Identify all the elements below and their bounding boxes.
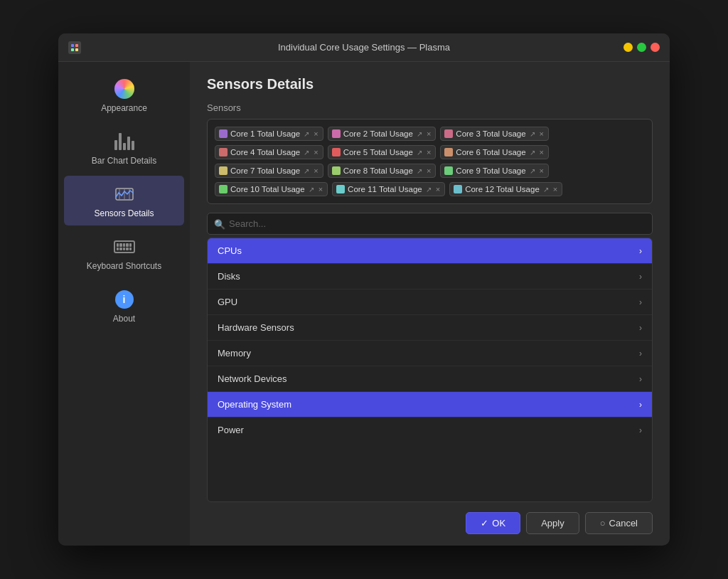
content-area: Appearance Bar Chart Details	[58, 62, 670, 546]
chip-core3[interactable]: Core 3 Total Usage ↗ ×	[440, 127, 549, 141]
chip-label-core4: Core 4 Total Usage	[230, 148, 300, 156]
chip-core6[interactable]: Core 6 Total Usage ↗ ×	[440, 145, 549, 159]
apply-button[interactable]: Apply	[526, 512, 579, 534]
chip-core7[interactable]: Core 7 Total Usage ↗ ×	[215, 164, 323, 178]
chip-label-core11: Core 11 Total Usage	[348, 185, 422, 193]
sidebar-label-barchart: Bar Chart Details	[92, 156, 156, 166]
chip-core12[interactable]: Core 12 Total Usage ↗ ×	[449, 182, 562, 196]
chip-core8[interactable]: Core 8 Total Usage ↗ ×	[328, 164, 437, 178]
barchart-icon-container	[113, 130, 136, 153]
appearance-icon-container	[113, 78, 136, 100]
chip-color-core8	[332, 166, 341, 175]
chip-label-core7: Core 7 Total Usage	[230, 166, 300, 175]
sidebar-item-keyboard[interactable]: Keyboard Shortcuts	[64, 228, 184, 278]
list-item-disks[interactable]: Disks ›	[208, 264, 652, 290]
list-item-cpus[interactable]: CPUs ›	[208, 238, 652, 264]
chevron-icon-operating-system: ›	[639, 400, 642, 410]
chip-label-core1: Core 1 Total Usage	[230, 129, 300, 138]
titlebar-controls-right	[623, 43, 660, 52]
list-item-gpu[interactable]: GPU ›	[208, 290, 652, 315]
search-input[interactable]	[207, 213, 653, 235]
chip-close-core11[interactable]: ×	[436, 185, 440, 193]
chevron-icon-cpus: ›	[639, 246, 642, 256]
footer-buttons: ✓ OK Apply ○ Cancel	[207, 502, 653, 534]
sidebar-label-sensors: Sensors Details	[94, 208, 154, 218]
svg-rect-0	[71, 44, 74, 47]
chip-label-core6: Core 6 Total Usage	[456, 148, 525, 156]
chip-close-core5[interactable]: ×	[427, 148, 431, 156]
sidebar-label-appearance: Appearance	[101, 103, 147, 113]
apply-label: Apply	[541, 518, 564, 528]
barchart-icon	[114, 133, 134, 150]
sidebar-item-sensors[interactable]: Sensors Details	[64, 176, 184, 225]
list-item-network-devices[interactable]: Network Devices ›	[208, 366, 652, 392]
chip-link-core7: ↗	[304, 167, 309, 175]
chip-core2[interactable]: Core 2 Total Usage ↗ ×	[328, 127, 437, 141]
chip-close-core10[interactable]: ×	[318, 185, 323, 193]
cancel-label: Cancel	[609, 518, 638, 528]
list-item-operating-system[interactable]: Operating System ›	[208, 392, 652, 418]
ok-button[interactable]: ✓ OK	[466, 512, 520, 534]
chip-close-core1[interactable]: ×	[314, 129, 318, 138]
maximize-button[interactable]	[637, 43, 646, 52]
about-icon: i	[115, 290, 134, 309]
chip-close-core7[interactable]: ×	[314, 166, 318, 175]
ok-label: OK	[492, 518, 505, 528]
sidebar-item-appearance[interactable]: Appearance	[64, 70, 184, 120]
chip-color-core1	[219, 129, 228, 138]
cancel-icon: ○	[600, 518, 606, 528]
chip-core4[interactable]: Core 4 Total Usage ↗ ×	[215, 145, 323, 159]
chip-label-core9: Core 9 Total Usage	[456, 166, 525, 175]
sensors-icon	[114, 186, 134, 203]
close-button[interactable]	[651, 43, 660, 52]
appearance-icon	[114, 79, 134, 99]
chip-close-core3[interactable]: ×	[540, 129, 544, 138]
chip-link-core1: ↗	[304, 130, 309, 138]
list-label-hardware-sensors: Hardware Sensors	[218, 322, 294, 333]
chevron-icon-hardware-sensors: ›	[639, 323, 642, 333]
svg-rect-3	[75, 48, 78, 51]
list-label-gpu: GPU	[218, 297, 237, 307]
chip-color-core4	[219, 148, 228, 156]
list-item-memory[interactable]: Memory ›	[208, 341, 652, 366]
sidebar-item-barchart[interactable]: Bar Chart Details	[64, 123, 184, 173]
chip-core11[interactable]: Core 11 Total Usage ↗ ×	[332, 182, 445, 196]
chip-core5[interactable]: Core 5 Total Usage ↗ ×	[328, 145, 437, 159]
chip-color-core10	[219, 185, 228, 193]
chip-close-core9[interactable]: ×	[540, 166, 544, 175]
chip-core10[interactable]: Core 10 Total Usage ↗ ×	[215, 182, 328, 196]
titlebar-controls-left	[68, 41, 81, 54]
chip-close-core8[interactable]: ×	[427, 166, 431, 175]
chip-color-core7	[219, 166, 228, 175]
chip-label-core2: Core 2 Total Usage	[343, 129, 413, 138]
list-label-cpus: CPUs	[218, 245, 242, 256]
sensors-icon-container	[113, 183, 136, 206]
sidebar-label-about: About	[113, 314, 135, 324]
chip-close-core12[interactable]: ×	[553, 185, 557, 193]
list-label-memory: Memory	[218, 348, 251, 358]
sidebar-item-about[interactable]: i About	[64, 281, 184, 331]
chip-core1[interactable]: Core 1 Total Usage ↗ ×	[215, 127, 323, 141]
chip-close-core6[interactable]: ×	[540, 148, 544, 156]
chip-core9[interactable]: Core 9 Total Usage ↗ ×	[440, 164, 549, 178]
chip-label-core12: Core 12 Total Usage	[465, 185, 540, 193]
list-label-disks: Disks	[218, 271, 240, 282]
list-label-operating-system: Operating System	[218, 399, 291, 410]
keyboard-icon-container	[113, 235, 136, 258]
chip-close-core4[interactable]: ×	[314, 148, 318, 156]
chip-color-core2	[332, 129, 341, 138]
list-item-hardware-sensors[interactable]: Hardware Sensors ›	[208, 315, 652, 341]
chip-link-core4: ↗	[304, 149, 309, 156]
minimize-button[interactable]	[623, 43, 633, 52]
chip-link-core8: ↗	[417, 167, 422, 175]
search-icon: 🔍	[214, 218, 225, 229]
list-item-power[interactable]: Power ›	[208, 418, 652, 442]
titlebar-icon	[68, 41, 81, 54]
chip-color-core5	[332, 148, 341, 156]
cancel-button[interactable]: ○ Cancel	[585, 512, 653, 534]
chip-close-core2[interactable]: ×	[427, 129, 431, 138]
chip-label-core3: Core 3 Total Usage	[456, 129, 525, 138]
chip-label-core5: Core 5 Total Usage	[343, 148, 413, 156]
chevron-icon-power: ›	[639, 425, 642, 435]
titlebar: Individual Core Usage Settings — Plasma	[58, 33, 670, 62]
